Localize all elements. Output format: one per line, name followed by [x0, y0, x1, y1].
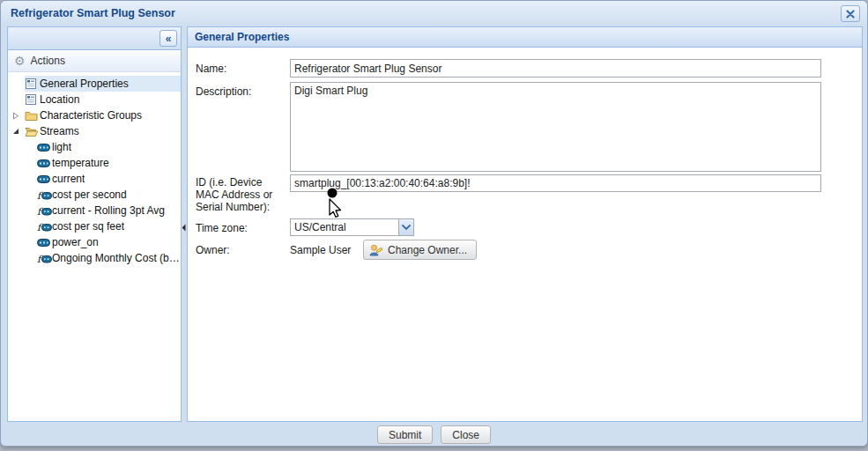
- owner-value: Sample User: [290, 244, 351, 256]
- tree-item-label: General Properties: [40, 78, 129, 90]
- window-titlebar: Refrigerator Smart Plug Sensor: [1, 1, 867, 26]
- timezone-select[interactable]: US/Central: [290, 218, 414, 236]
- chevron-down-icon: [402, 225, 411, 231]
- tree-item-label: cost per second: [52, 189, 127, 201]
- close-button[interactable]: Close: [441, 425, 491, 444]
- tree-item-label: cost per sq feet: [52, 220, 124, 233]
- change-owner-label: Change Owner...: [388, 244, 467, 256]
- splitter-collapse-icon[interactable]: [182, 222, 186, 234]
- folder-closed-icon: [25, 110, 40, 122]
- device-properties-window: Refrigerator Smart Plug Sensor « ⚙ Actio…: [0, 0, 868, 447]
- tree-item-power-on[interactable]: power_on: [8, 234, 181, 250]
- name-label: Name:: [196, 63, 226, 75]
- tree-item-ongoing-monthly-cost-bas[interactable]: fOngoing Monthly Cost (bas…: [8, 250, 181, 266]
- tree-item-label: Streams: [40, 125, 79, 137]
- tree-item-label: Characteristic Groups: [40, 109, 142, 122]
- tree-item-light[interactable]: light: [8, 139, 181, 155]
- description-textarea[interactable]: Digi Smart Plug: [290, 82, 821, 172]
- actions-menu-button[interactable]: ⚙ Actions: [8, 50, 181, 72]
- change-owner-button[interactable]: Change Owner...: [363, 240, 477, 260]
- name-input[interactable]: [290, 59, 821, 78]
- calc-stream-icon: f: [37, 189, 52, 201]
- device-id-label: ID (i.e. Device MAC Address or Serial Nu…: [196, 176, 287, 213]
- tree-item-general-properties[interactable]: General Properties: [8, 76, 181, 92]
- sidebar-header: «: [8, 27, 181, 50]
- tree-item-label: current: [52, 173, 85, 185]
- stream-icon: [37, 175, 52, 183]
- tree-item-cost-per-sq-feet[interactable]: fcost per sq feet: [8, 218, 181, 234]
- main-panel: General Properties Name: Description: Di…: [187, 26, 863, 422]
- calc-stream-icon: f: [37, 205, 52, 217]
- calc-stream-icon: f: [37, 253, 52, 264]
- tree-item-temperature[interactable]: temperature: [8, 155, 181, 171]
- gear-icon: ⚙: [14, 55, 26, 67]
- tree-item-characteristic-groups[interactable]: Characteristic Groups: [8, 107, 181, 123]
- timezone-label: Time zone:: [196, 222, 248, 234]
- timezone-dropdown-button[interactable]: [398, 219, 413, 235]
- description-label: Description:: [196, 85, 251, 98]
- tree-item-label: light: [52, 141, 71, 153]
- form-icon: [25, 93, 40, 106]
- main-panel-header: General Properties: [188, 27, 862, 48]
- user-edit-icon: [369, 244, 383, 256]
- navigation-tree: General PropertiesLocationCharacteristic…: [8, 72, 181, 266]
- tree-item-label: Ongoing Monthly Cost (bas…: [52, 252, 181, 264]
- tree-item-streams[interactable]: Streams: [8, 123, 181, 139]
- tree-item-label: Location: [40, 93, 79, 106]
- timezone-selected-value: US/Central: [291, 219, 398, 235]
- window-footer: Submit Close: [1, 422, 867, 447]
- collapse-arrow-icon[interactable]: [12, 128, 25, 135]
- tree-item-label: temperature: [52, 157, 109, 169]
- tree-item-label: current - Rolling 3pt Avg: [52, 204, 165, 217]
- general-properties-form: Name: Description: Digi Smart Plug ID (i…: [188, 48, 862, 421]
- tree-item-location[interactable]: Location: [8, 92, 181, 107]
- stream-icon: [37, 159, 52, 167]
- tree-item-current[interactable]: current: [8, 171, 181, 187]
- window-title: Refrigerator Smart Plug Sensor: [11, 7, 175, 19]
- sidebar-panel: « ⚙ Actions General PropertiesLocationCh…: [7, 26, 182, 422]
- calc-stream-icon: f: [37, 221, 52, 233]
- collapse-sidebar-button[interactable]: «: [160, 30, 177, 47]
- tree-item-cost-per-second[interactable]: fcost per second: [8, 187, 181, 203]
- collapse-chevrons-icon: «: [166, 33, 172, 45]
- device-id-input[interactable]: [290, 174, 821, 192]
- tree-item-label: power_on: [52, 236, 99, 248]
- tree-item-current-rolling-3pt-avg[interactable]: fcurrent - Rolling 3pt Avg: [8, 203, 181, 218]
- close-icon[interactable]: [841, 5, 860, 22]
- form-icon: [25, 78, 40, 90]
- folder-open-icon: [25, 126, 40, 137]
- stream-icon: [37, 239, 52, 247]
- owner-label: Owner:: [196, 244, 230, 256]
- expand-arrow-icon[interactable]: [12, 112, 25, 120]
- submit-button[interactable]: Submit: [377, 425, 433, 444]
- stream-icon: [37, 144, 52, 152]
- actions-menu-label: Actions: [31, 55, 65, 67]
